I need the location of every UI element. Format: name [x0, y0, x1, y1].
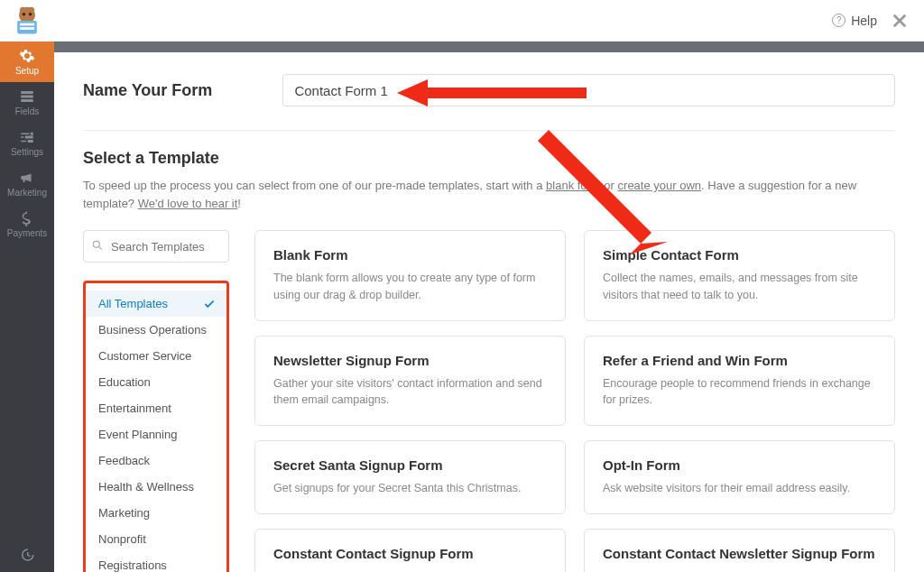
logo [0, 0, 54, 42]
feedback-link[interactable]: We'd love to hear it [138, 197, 238, 210]
sliders-icon [19, 129, 35, 145]
dollar-icon [19, 210, 35, 226]
template-desc: Gather your site visitors' contact infor… [273, 375, 547, 410]
topbar: ? Help [54, 0, 924, 42]
template-left-panel: All Templates Business Operations Custom… [83, 230, 229, 572]
sidebar-item-setup[interactable]: Setup [0, 42, 54, 82]
help-label: Help [851, 14, 877, 28]
template-title: Blank Form [273, 247, 547, 263]
main-panel: ? Help Name Your Form Select a Template … [54, 0, 924, 572]
template-card-simple-contact-form[interactable]: Simple Contact Form Collect the names, e… [584, 230, 895, 321]
sidebar-label: Payments [7, 228, 47, 238]
svg-point-4 [29, 13, 32, 16]
svg-rect-9 [21, 96, 33, 98]
search-templates-wrap [83, 230, 229, 263]
svg-point-1 [20, 7, 26, 14]
template-desc: Ask website visitors for their email add… [603, 480, 876, 497]
modal-top-bar [54, 42, 924, 52]
category-education[interactable]: Education [86, 369, 226, 395]
category-customer-service[interactable]: Customer Service [86, 343, 226, 369]
svg-rect-6 [20, 23, 34, 26]
template-card-opt-in[interactable]: Opt-In Form Ask website visitors for the… [584, 440, 895, 514]
template-title: Newsletter Signup Form [273, 353, 547, 368]
check-icon [203, 298, 216, 313]
category-entertainment[interactable]: Entertainment [86, 395, 226, 421]
template-desc: Make it easy for site visitors to join y… [603, 568, 876, 572]
template-title: Constant Contact Signup Form [273, 546, 547, 561]
template-title: Refer a Friend and Win Form [603, 353, 876, 368]
sidebar-history-button[interactable] [0, 538, 54, 572]
template-title: Constant Contact Newsletter Signup Form [603, 546, 876, 561]
select-template-subtitle: To speed up the process you can select f… [83, 177, 895, 212]
select-template-title: Select a Template [83, 149, 895, 168]
template-grid: Blank Form The blank form allows you to … [254, 230, 895, 572]
left-sidebar: Setup Fields Settings Marketing Payments [0, 0, 54, 572]
content-area: Name Your Form Select a Template To spee… [54, 52, 924, 572]
template-title: Opt-In Form [603, 457, 876, 473]
category-marketing[interactable]: Marketing [86, 500, 226, 526]
template-card-constant-contact-signup[interactable]: Constant Contact Signup Form Let your vi… [254, 529, 566, 572]
question-icon: ? [832, 14, 845, 27]
help-link[interactable]: ? Help [832, 14, 877, 28]
sidebar-item-fields[interactable]: Fields [0, 82, 54, 123]
svg-line-12 [99, 247, 102, 250]
template-card-refer-a-friend[interactable]: Refer a Friend and Win Form Encourage pe… [584, 336, 895, 427]
svg-rect-8 [21, 91, 33, 94]
search-templates-input[interactable] [83, 230, 229, 263]
history-icon [19, 547, 35, 563]
svg-rect-7 [20, 27, 34, 30]
template-title: Secret Santa Signup Form [273, 457, 547, 473]
gear-icon [19, 48, 35, 64]
template-desc: The blank form allows you to create any … [273, 270, 547, 304]
sidebar-label: Marketing [7, 188, 47, 198]
sidebar-item-marketing[interactable]: Marketing [0, 163, 54, 204]
sidebar-label: Setup [15, 66, 39, 76]
divider [83, 130, 895, 131]
sidebar-label: Fields [15, 106, 40, 116]
name-your-form-label: Name Your Form [83, 81, 212, 100]
category-business-operations[interactable]: Business Operations [86, 317, 226, 343]
category-feedback[interactable]: Feedback [86, 447, 226, 474]
svg-point-3 [23, 13, 26, 16]
template-desc: Get signups for your Secret Santa this C… [273, 480, 547, 497]
create-your-own-link[interactable]: create your own [618, 179, 702, 192]
svg-point-2 [28, 7, 34, 14]
fields-icon [19, 88, 35, 105]
template-card-secret-santa[interactable]: Secret Santa Signup Form Get signups for… [254, 440, 566, 514]
category-health-wellness[interactable]: Health & Wellness [86, 474, 226, 500]
svg-rect-10 [21, 99, 33, 102]
category-event-planning[interactable]: Event Planning [86, 421, 226, 447]
template-card-constant-contact-newsletter[interactable]: Constant Contact Newsletter Signup Form … [584, 529, 895, 572]
form-name-input[interactable] [282, 74, 895, 106]
search-icon [91, 239, 104, 252]
template-card-newsletter-signup[interactable]: Newsletter Signup Form Gather your site … [254, 336, 566, 427]
blank-form-link[interactable]: blank form [546, 179, 601, 192]
category-registrations[interactable]: Registrations [86, 552, 226, 572]
sidebar-item-payments[interactable]: Payments [0, 204, 54, 244]
template-desc: Collect the names, emails, and messages … [603, 270, 876, 304]
template-title: Simple Contact Form [603, 247, 876, 263]
wpforms-logo-icon [11, 5, 43, 37]
close-icon [890, 11, 910, 31]
category-nonprofit[interactable]: Nonprofit [86, 526, 226, 552]
svg-point-11 [93, 241, 99, 247]
category-list: All Templates Business Operations Custom… [83, 281, 229, 572]
sidebar-item-settings[interactable]: Settings [0, 123, 54, 163]
template-card-blank-form[interactable]: Blank Form The blank form allows you to … [254, 230, 566, 321]
bullhorn-icon [19, 170, 35, 186]
close-button[interactable] [890, 11, 910, 31]
sidebar-label: Settings [11, 147, 43, 157]
template-desc: Encourage people to recommend friends in… [603, 375, 876, 410]
category-all-templates[interactable]: All Templates [86, 291, 226, 317]
template-desc: Let your visitors join your Constant Con… [273, 568, 547, 572]
